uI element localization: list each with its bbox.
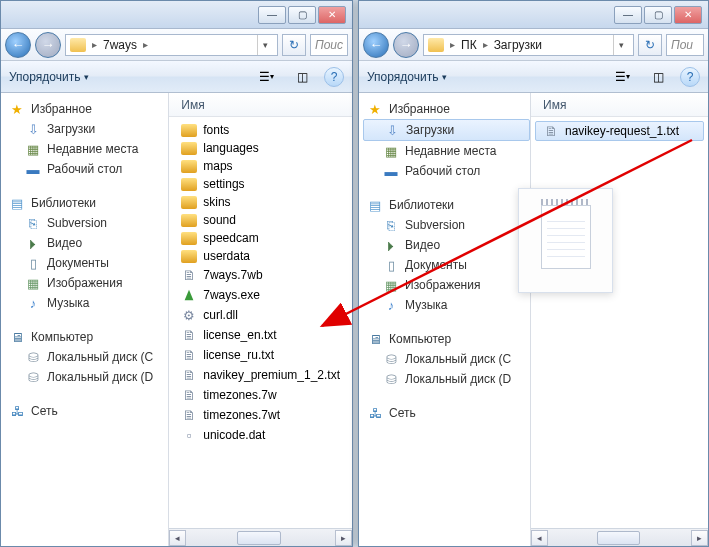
sidebar-item-music[interactable]: ♪Музыка	[5, 293, 168, 313]
scroll-thumb[interactable]	[237, 531, 282, 545]
sidebar-item-recent[interactable]: ▦Недавние места	[363, 141, 530, 161]
scroll-left-button[interactable]: ◂	[531, 530, 548, 546]
exe-icon	[181, 287, 197, 303]
chevron-right-icon: ▸	[141, 39, 150, 50]
close-button[interactable]: ✕	[674, 6, 702, 24]
scroll-left-button[interactable]: ◂	[169, 530, 186, 546]
folder-icon	[181, 178, 197, 191]
file-row[interactable]: fonts	[169, 121, 352, 139]
column-header-name[interactable]: Имя	[531, 93, 708, 117]
file-row[interactable]: 🗎license_en.txt	[169, 325, 352, 345]
computer-icon: 🖥	[9, 329, 25, 345]
file-list: fontslanguagesmapssettingsskinssoundspee…	[169, 117, 352, 528]
folder-icon	[181, 232, 197, 245]
file-row[interactable]: sound	[169, 211, 352, 229]
sidebar-network[interactable]: 🖧Сеть	[5, 401, 168, 421]
file-row[interactable]: 🗎navikey-request_1.txt	[535, 121, 704, 141]
dll-icon: ⚙	[181, 307, 197, 323]
sidebar-network[interactable]: 🖧Сеть	[363, 403, 530, 423]
organize-button[interactable]: Упорядочить ▾	[9, 70, 89, 84]
address-bar[interactable]: ▸ ПК ▸ Загрузки ▾	[423, 34, 634, 56]
horizontal-scrollbar[interactable]: ◂ ▸	[531, 528, 708, 546]
maximize-button[interactable]: ▢	[288, 6, 316, 24]
file-row[interactable]: languages	[169, 139, 352, 157]
sidebar-item-documents[interactable]: ▯Документы	[363, 255, 530, 275]
search-input[interactable]: Пои	[666, 34, 704, 56]
refresh-button[interactable]: ↻	[282, 34, 306, 56]
svn-icon: ⎘	[25, 215, 41, 231]
scroll-right-button[interactable]: ▸	[691, 530, 708, 546]
file-name: maps	[203, 159, 232, 173]
minimize-button[interactable]: —	[258, 6, 286, 24]
sidebar-libraries[interactable]: ▤Библиотеки	[5, 193, 168, 213]
preview-pane-button[interactable]: ◫	[644, 66, 672, 88]
desktop-icon: ▬	[25, 161, 41, 177]
help-button[interactable]: ?	[324, 67, 344, 87]
file-row[interactable]: 🗎navikey_premium_1_2.txt	[169, 365, 352, 385]
sidebar-item-recent[interactable]: ▦Недавние места	[5, 139, 168, 159]
breadcrumb-item[interactable]: ПК	[461, 38, 477, 52]
back-button[interactable]: ←	[363, 32, 389, 58]
dat-icon: ▫	[181, 427, 197, 443]
file-row[interactable]: 🗎license_ru.txt	[169, 345, 352, 365]
forward-button[interactable]: →	[35, 32, 61, 58]
sidebar-item-drive-c[interactable]: ⛁Локальный диск (C	[5, 347, 168, 367]
address-bar[interactable]: ▸ 7ways ▸ ▾	[65, 34, 278, 56]
sidebar-computer[interactable]: 🖥Компьютер	[5, 327, 168, 347]
file-row[interactable]: 🗎timezones.7w	[169, 385, 352, 405]
sidebar-item-subversion[interactable]: ⎘Subversion	[363, 215, 530, 235]
address-dropdown[interactable]: ▾	[257, 35, 273, 55]
sidebar-item-video[interactable]: ⏵Видео	[363, 235, 530, 255]
sidebar-favorites[interactable]: ★Избранное	[5, 99, 168, 119]
file-name: timezones.7wt	[203, 408, 280, 422]
view-button[interactable]: ☰ ▾	[252, 66, 280, 88]
breadcrumb-item[interactable]: Загрузки	[494, 38, 542, 52]
sidebar-item-desktop[interactable]: ▬Рабочий стол	[5, 159, 168, 179]
sidebar-item-downloads[interactable]: ⇩Загрузки	[5, 119, 168, 139]
help-button[interactable]: ?	[680, 67, 700, 87]
sidebar-item-subversion[interactable]: ⎘Subversion	[5, 213, 168, 233]
close-button[interactable]: ✕	[318, 6, 346, 24]
sidebar-item-drive-d[interactable]: ⛁Локальный диск (D	[5, 367, 168, 387]
file-row[interactable]: maps	[169, 157, 352, 175]
sidebar-item-drive-d[interactable]: ⛁Локальный диск (D	[363, 369, 530, 389]
forward-button[interactable]: →	[393, 32, 419, 58]
organize-button[interactable]: Упорядочить ▾	[367, 70, 447, 84]
file-row[interactable]: 🗎7ways.7wb	[169, 265, 352, 285]
sidebar-item-music[interactable]: ♪Музыка	[363, 295, 530, 315]
back-button[interactable]: ←	[5, 32, 31, 58]
music-icon: ♪	[383, 297, 399, 313]
view-button[interactable]: ☰ ▾	[608, 66, 636, 88]
sidebar-item-images[interactable]: ▦Изображения	[363, 275, 530, 295]
sidebar-favorites[interactable]: ★Избранное	[363, 99, 530, 119]
sidebar-item-desktop[interactable]: ▬Рабочий стол	[363, 161, 530, 181]
file-row[interactable]: speedcam	[169, 229, 352, 247]
recent-icon: ▦	[25, 141, 41, 157]
file-row[interactable]: userdata	[169, 247, 352, 265]
file-row[interactable]: ▫unicode.dat	[169, 425, 352, 445]
refresh-button[interactable]: ↻	[638, 34, 662, 56]
file-row[interactable]: 7ways.exe	[169, 285, 352, 305]
sidebar-computer[interactable]: 🖥Компьютер	[363, 329, 530, 349]
scroll-thumb[interactable]	[597, 531, 640, 545]
sidebar-libraries[interactable]: ▤Библиотеки	[363, 195, 530, 215]
sidebar-item-video[interactable]: ⏵Видео	[5, 233, 168, 253]
file-row[interactable]: settings	[169, 175, 352, 193]
file-row[interactable]: skins	[169, 193, 352, 211]
sidebar-item-documents[interactable]: ▯Документы	[5, 253, 168, 273]
preview-pane-button[interactable]: ◫	[288, 66, 316, 88]
scroll-right-button[interactable]: ▸	[335, 530, 352, 546]
horizontal-scrollbar[interactable]: ◂ ▸	[169, 528, 352, 546]
address-dropdown[interactable]: ▾	[613, 35, 629, 55]
music-icon: ♪	[25, 295, 41, 311]
minimize-button[interactable]: —	[614, 6, 642, 24]
maximize-button[interactable]: ▢	[644, 6, 672, 24]
breadcrumb-item[interactable]: 7ways	[103, 38, 137, 52]
sidebar-item-drive-c[interactable]: ⛁Локальный диск (C	[363, 349, 530, 369]
sidebar-item-images[interactable]: ▦Изображения	[5, 273, 168, 293]
search-input[interactable]: Поис	[310, 34, 348, 56]
file-row[interactable]: ⚙curl.dll	[169, 305, 352, 325]
column-header-name[interactable]: Имя	[169, 93, 352, 117]
sidebar-item-downloads[interactable]: ⇩Загрузки	[363, 119, 530, 141]
file-row[interactable]: 🗎timezones.7wt	[169, 405, 352, 425]
